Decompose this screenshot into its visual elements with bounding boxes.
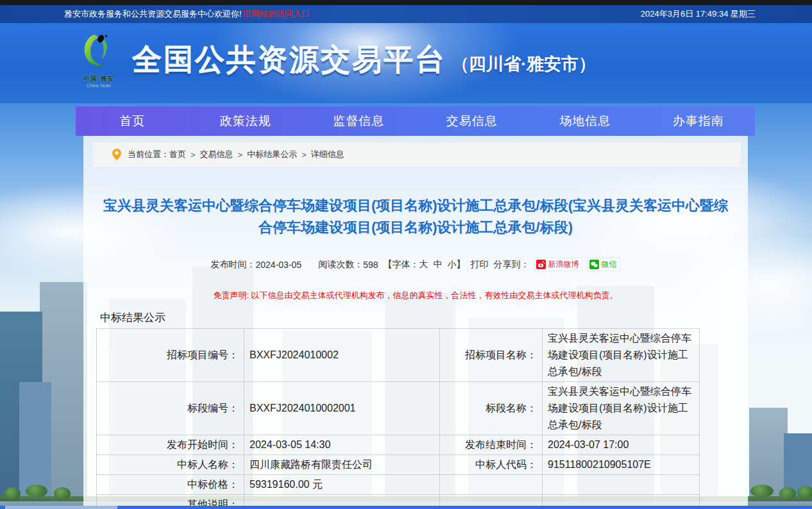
- site-subtitle: （四川省·雅安市）: [452, 53, 596, 76]
- breadcrumb-separator: >: [238, 150, 243, 160]
- publish-end-label: 发布结束时间：: [440, 435, 543, 455]
- nav-item-policy[interactable]: 政策法规: [189, 113, 303, 129]
- nav-item-guide[interactable]: 办事指南: [642, 113, 756, 129]
- winning-price-label: 中标价格：: [97, 475, 244, 495]
- site-header: 中国·雅安 China Ya'an 全国公共资源交易平台 （四川省·雅安市）: [0, 23, 812, 103]
- horizontal-scrollbar-thumb[interactable]: [5, 506, 117, 509]
- weibo-icon: [536, 260, 546, 269]
- font-size-suffix: 】: [456, 259, 465, 271]
- logo-text: 中国·雅安: [72, 74, 126, 83]
- logo-subtext: China Ya'an: [72, 83, 126, 88]
- tree-shape: [797, 486, 812, 499]
- tender-project-name-value: 宝兴县灵关客运中心暨综合停车场建设项目(项目名称)设计施工总承包/标段: [543, 329, 700, 382]
- tender-project-no-value: BXXFJ2024010002: [244, 329, 440, 382]
- topbar-welcome-group: 雅安市政务服务和公共资源交易服务中心欢迎你!旧网站的访问入口: [64, 8, 310, 20]
- winner-code-value: 91511800210905107E: [543, 455, 700, 475]
- nav-item-trade[interactable]: 交易信息: [416, 113, 529, 129]
- table-row: 中标价格： 59319160.00 元: [97, 475, 700, 495]
- tree-shape: [750, 485, 774, 497]
- breadcrumb-prefix: 当前位置：: [128, 149, 169, 160]
- publish-end-value: 2024-03-07 17:00: [543, 435, 700, 455]
- disclaimer-text: 免责声明: 以下信息由交易主体或代理机构发布，信息的真实性，合法性，有效性由交易…: [83, 290, 748, 301]
- tree-shape: [779, 487, 796, 500]
- tree-shape: [4, 487, 21, 500]
- breadcrumb-separator: >: [190, 150, 196, 160]
- wechat-icon: [589, 260, 599, 269]
- breadcrumb-detail[interactable]: 详细信息: [311, 149, 344, 160]
- publish-start-label: 发布开始时间：: [97, 435, 244, 455]
- nav-item-venue[interactable]: 场地信息: [529, 113, 642, 129]
- section-name-label: 标段名称：: [440, 382, 543, 435]
- publish-start-value: 2024-03-05 14:30: [244, 435, 440, 455]
- share-weibo-button[interactable]: 新浪微博: [534, 258, 582, 271]
- bid-result-table: 招标项目编号： BXXFJ2024010002 招标项目名称： 宝兴县灵关客运中…: [96, 328, 700, 509]
- winner-name-label: 中标人名称：: [97, 455, 244, 475]
- views-value: 598: [363, 260, 378, 270]
- font-size-medium-button[interactable]: 中: [433, 259, 442, 271]
- tree-shape: [54, 487, 71, 500]
- winner-name-value: 四川康藏路桥有限责任公司: [244, 455, 440, 475]
- window-chrome-strip: [0, 0, 812, 5]
- print-button[interactable]: 打印: [470, 259, 488, 271]
- section-name-value: 宝兴县灵关客运中心暨综合停车场建设项目(项目名称)设计施工总承包/标段: [543, 382, 700, 435]
- share-weibo-label: 新浪微博: [548, 259, 579, 270]
- section-no-label: 标段编号：: [97, 382, 244, 435]
- location-pin-icon: [112, 149, 121, 160]
- topbar: 雅安市政务服务和公共资源交易服务中心欢迎你!旧网站的访问入口 2024年3月6日…: [0, 5, 812, 23]
- section-no-value: BXXFJ2024010002001: [244, 382, 440, 435]
- empty-cell: [543, 475, 700, 495]
- winning-price-value: 59319160.00 元: [244, 475, 440, 495]
- publish-time-value: 2024-03-05: [256, 260, 302, 270]
- table-row: 标段编号： BXXFJ2024010002001 标段名称： 宝兴县灵关客运中心…: [97, 382, 700, 435]
- font-size-small-button[interactable]: 小: [447, 259, 456, 271]
- views-label: 阅读次数：: [318, 259, 363, 271]
- empty-cell: [440, 475, 543, 495]
- share-label: 分享到：: [493, 259, 529, 271]
- section-title: 中标结果公示: [100, 310, 165, 325]
- horizontal-scrollbar[interactable]: [0, 506, 812, 509]
- nav-item-home[interactable]: 首页: [76, 113, 189, 129]
- font-size-large-button[interactable]: 大: [419, 259, 428, 271]
- winner-code-label: 中标人代码：: [440, 455, 543, 475]
- old-site-link[interactable]: 旧网站的访问入口: [243, 9, 310, 19]
- table-row: 发布开始时间： 2024-03-05 14:30 发布结束时间： 2024-03…: [97, 435, 700, 455]
- article-meta-row: 发布时间： 2024-03-05 阅读次数： 598 【字体： 大 中 小 】 …: [83, 258, 748, 271]
- header-brand: 中国·雅安 China Ya'an 全国公共资源交易平台 （四川省·雅安市）: [72, 32, 596, 88]
- tender-project-no-label: 招标项目编号：: [97, 329, 244, 382]
- site-logo[interactable]: 中国·雅安 China Ya'an: [72, 32, 126, 88]
- tender-project-name-label: 招标项目名称：: [440, 329, 543, 382]
- publish-time-label: 发布时间：: [211, 259, 256, 271]
- article-title: 宝兴县灵关客运中心暨综合停车场建设项目(项目名称)设计施工总承包/标段(宝兴县灵…: [96, 195, 735, 238]
- share-wechat-button[interactable]: 微信: [588, 258, 620, 271]
- table-row: 招标项目编号： BXXFJ2024010002 招标项目名称： 宝兴县灵关客运中…: [97, 329, 700, 382]
- share-wechat-label: 微信: [601, 259, 616, 270]
- breadcrumb: 当前位置： 首页 > 交易信息 > 中标结果公示 > 详细信息: [93, 142, 741, 167]
- breadcrumb-trade-info[interactable]: 交易信息: [200, 149, 233, 160]
- welcome-text: 雅安市政务服务和公共资源交易服务中心欢迎你!: [64, 9, 242, 19]
- breadcrumb-result-notice[interactable]: 中标结果公示: [247, 149, 297, 160]
- breadcrumb-separator: >: [301, 150, 307, 160]
- site-title-group: 全国公共资源交易平台 （四川省·雅安市）: [132, 40, 596, 80]
- datetime-text: 2024年3月6日 17:49:34 星期三: [641, 8, 756, 20]
- main-nav: 首页 政策法规 监督信息 交易信息 场地信息 办事指南: [76, 106, 755, 136]
- tree-shape: [26, 485, 47, 497]
- site-title: 全国公共资源交易平台: [132, 40, 446, 80]
- yaan-swan-logo-icon: [79, 32, 119, 72]
- font-size-prefix: 【字体：: [383, 259, 419, 271]
- content-panel: 当前位置： 首页 > 交易信息 > 中标结果公示 > 详细信息 宝兴县灵关客运中…: [83, 136, 748, 506]
- nav-item-supervision[interactable]: 监督信息: [302, 113, 416, 129]
- table-row: 中标人名称： 四川康藏路桥有限责任公司 中标人代码： 9151180021090…: [97, 455, 700, 475]
- breadcrumb-home[interactable]: 首页: [169, 149, 186, 160]
